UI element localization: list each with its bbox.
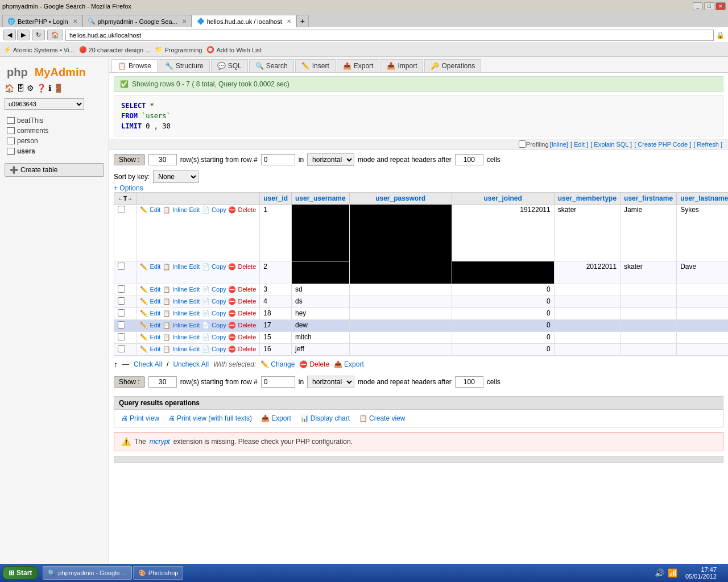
minimize-button[interactable]: _ xyxy=(693,2,703,10)
tab-search[interactable]: 🔍 Search xyxy=(249,59,294,72)
start-row-input-bottom[interactable] xyxy=(261,376,295,388)
create-php-link[interactable]: [ Create PHP Code ] xyxy=(634,141,691,148)
tab-import[interactable]: 📥 Import xyxy=(380,59,423,72)
copy-link-1[interactable]: Copy xyxy=(212,263,226,270)
inline-edit-link-4[interactable]: Inline Edit xyxy=(172,310,200,317)
table-item-comments[interactable]: comments xyxy=(0,126,109,136)
rows-count-input-top[interactable] xyxy=(148,154,177,165)
browser-tab-1[interactable]: 🔍 phpmyadmin - Google Sea... ✕ xyxy=(82,15,192,27)
inline-edit-link-2[interactable]: Inline Edit xyxy=(172,286,200,293)
start-row-input-top[interactable] xyxy=(261,154,295,165)
info-icon[interactable]: ℹ xyxy=(48,84,51,93)
table-item-users[interactable]: users xyxy=(0,146,109,156)
bookmark-0[interactable]: ⚡ Atomic Systems • Vi... xyxy=(3,46,75,53)
delete-link-6[interactable]: Delete xyxy=(238,334,256,340)
row-checkbox-6[interactable] xyxy=(118,333,125,340)
bookmark-1[interactable]: 🔴 20 character design ... xyxy=(79,46,151,53)
edit-link-4[interactable]: Edit xyxy=(150,310,160,317)
delete-link-0[interactable]: Delete xyxy=(238,206,256,213)
row-checkbox-3[interactable] xyxy=(118,297,125,305)
copy-link-2[interactable]: Copy xyxy=(212,286,226,293)
inline-edit-link-3[interactable]: Inline Edit xyxy=(172,298,200,305)
uncheck-all-link[interactable]: Uncheck All xyxy=(173,360,209,368)
inline-edit-link-5[interactable]: Inline Edit xyxy=(172,322,200,329)
edit-link-0[interactable]: Edit xyxy=(150,206,160,213)
tab-browse[interactable]: 📋 Browse xyxy=(111,59,158,72)
delete-selected-button[interactable]: ⛔ Delete xyxy=(299,360,329,368)
refresh-link[interactable]: [ Refresh ] xyxy=(693,141,722,148)
create-table-button[interactable]: ➕ Create table xyxy=(5,163,104,177)
delete-link-3[interactable]: Delete xyxy=(238,298,256,305)
home-icon[interactable]: 🏠 xyxy=(5,84,14,93)
explain-sql-link[interactable]: [ Explain SQL ] xyxy=(590,141,632,148)
delete-link-1[interactable]: Delete xyxy=(238,263,256,270)
edit-link-3[interactable]: Edit xyxy=(150,298,160,305)
inline-edit-link-0[interactable]: Inline Edit xyxy=(172,206,200,213)
row-checkbox-7[interactable] xyxy=(118,345,125,352)
headers-repeat-top[interactable] xyxy=(455,154,483,165)
display-chart-link[interactable]: 📊 Display chart xyxy=(300,414,350,422)
help-icon[interactable]: ❓ xyxy=(36,84,46,93)
print-view-full-link[interactable]: 🖨 Print view (with full texts) xyxy=(168,414,252,422)
edit-link-6[interactable]: Edit xyxy=(150,334,160,340)
row-checkbox-5[interactable] xyxy=(118,321,125,329)
check-all-link[interactable]: Check All xyxy=(134,360,162,368)
delete-link-2[interactable]: Delete xyxy=(238,286,256,293)
row-checkbox-0[interactable] xyxy=(118,206,125,213)
create-view-link[interactable]: 📋 Create view xyxy=(359,414,405,422)
edit-link-2[interactable]: Edit xyxy=(150,286,160,293)
start-button[interactable]: ⊞ Start xyxy=(2,566,38,580)
settings-icon[interactable]: ⚙ xyxy=(27,84,34,93)
network-icon[interactable]: 📶 xyxy=(668,568,677,577)
copy-link-3[interactable]: Copy xyxy=(212,298,226,305)
browser-tab-0[interactable]: 🌐 BetterPHP • Login ✕ xyxy=(2,15,82,27)
taskbar-item-0[interactable]: 🔍 phpmyadmin - Google ... xyxy=(43,566,131,580)
tab-sql[interactable]: 💬 SQL xyxy=(211,59,248,72)
new-tab-button[interactable]: + xyxy=(296,15,309,27)
delete-link-7[interactable]: Delete xyxy=(238,346,256,352)
orientation-select-bottom[interactable]: horizontal vertical xyxy=(307,376,354,388)
tab-close-1[interactable]: ✕ xyxy=(182,18,187,24)
inline-edit-link-7[interactable]: Inline Edit xyxy=(172,346,200,352)
profiling-checkbox[interactable] xyxy=(519,140,526,148)
rows-count-input-bottom[interactable] xyxy=(148,376,177,388)
close-button[interactable]: ✕ xyxy=(715,2,726,10)
copy-link-0[interactable]: Copy xyxy=(212,206,226,213)
row-checkbox-1[interactable] xyxy=(118,263,125,270)
edit-link-7[interactable]: Edit xyxy=(150,346,160,352)
horizontal-scrollbar[interactable] xyxy=(114,456,723,463)
delete-link-4[interactable]: Delete xyxy=(238,310,256,317)
row-checkbox-2[interactable] xyxy=(118,285,125,293)
copy-link-4[interactable]: Copy xyxy=(212,310,226,317)
tab-export[interactable]: 📤 Export xyxy=(337,59,380,72)
table-item-beatthis[interactable]: beatThis xyxy=(0,115,109,126)
edit-link-1[interactable]: Edit xyxy=(150,263,160,270)
export-results-link[interactable]: 📤 Export xyxy=(261,414,291,422)
home-button[interactable]: 🏠 xyxy=(47,30,63,40)
tab-structure[interactable]: 🔧 Structure xyxy=(159,59,210,72)
tab-close-0[interactable]: ✕ xyxy=(73,18,77,24)
change-button[interactable]: ✏️ Change xyxy=(260,360,295,368)
address-input[interactable] xyxy=(65,30,714,41)
copy-link-5[interactable]: Copy xyxy=(212,322,226,329)
taskbar-item-1[interactable]: 🎨 Photoshop xyxy=(133,566,184,580)
export-selected-button[interactable]: 📤 Export xyxy=(334,360,364,368)
print-view-link[interactable]: 🖨 Print view xyxy=(121,414,159,422)
back-button[interactable]: ◀ xyxy=(3,30,16,40)
edit-link-5[interactable]: Edit xyxy=(150,322,160,329)
bookmark-3[interactable]: ⭕ Add to Wish List xyxy=(206,46,261,53)
table-item-person[interactable]: person xyxy=(0,136,109,146)
logout-icon[interactable]: 🚪 xyxy=(53,84,63,93)
tab-close-2[interactable]: ✕ xyxy=(287,18,291,24)
maximize-button[interactable]: □ xyxy=(704,2,714,10)
mcrypt-link[interactable]: mcrypt xyxy=(150,438,170,446)
forward-button[interactable]: ▶ xyxy=(17,30,30,40)
orientation-select-top[interactable]: horizontal vertical xyxy=(307,153,354,166)
options-link[interactable]: + Options xyxy=(109,183,148,193)
delete-link-5[interactable]: Delete xyxy=(238,322,256,329)
database-icon[interactable]: 🗄 xyxy=(16,84,24,93)
inline-link[interactable]: [Inline] xyxy=(550,141,568,148)
sort-select[interactable]: None xyxy=(153,171,198,183)
inline-edit-link-6[interactable]: Inline Edit xyxy=(172,334,200,340)
db-select-dropdown[interactable]: u0963643 xyxy=(5,98,84,110)
